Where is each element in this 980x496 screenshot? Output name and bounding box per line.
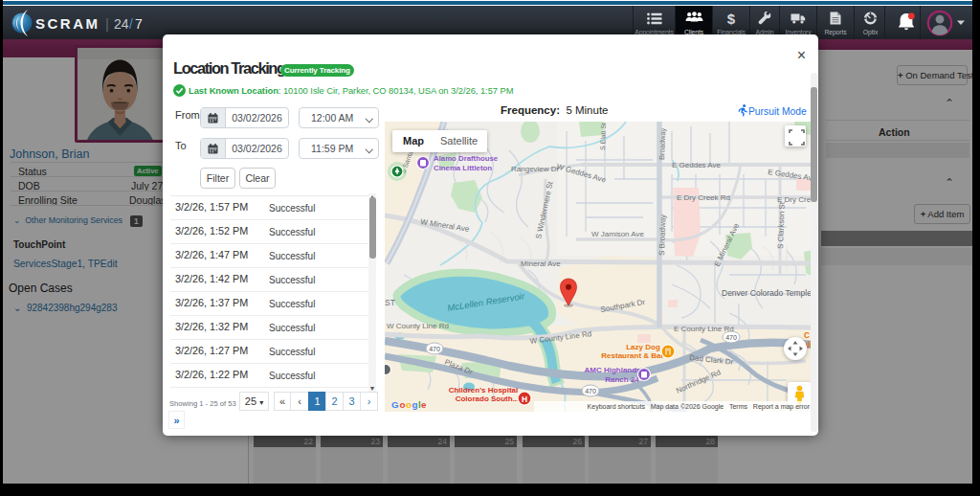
svg-text:Map: Map xyxy=(403,135,424,147)
svg-text:ST: ST xyxy=(385,298,395,307)
svg-text:Broadway: Broadway xyxy=(657,127,667,160)
svg-text:o: o xyxy=(406,399,412,410)
svg-text:Keyboard shortcuts Map data: Keyboard shortcuts Map data ©2026 Google… xyxy=(588,403,811,411)
svg-text:Lazy Dog: Lazy Dog xyxy=(626,343,660,351)
svg-text:W County Line Rd: W County Line Rd xyxy=(387,322,449,330)
svg-text:E Dry Creek Rd: E Dry Creek Rd xyxy=(677,193,730,202)
svg-text:7: 7 xyxy=(135,16,143,32)
svg-text:G: G xyxy=(391,399,399,410)
svg-text:470: 470 xyxy=(429,346,440,352)
svg-text:Denver Colorado Temple: Denver Colorado Temple xyxy=(722,288,812,298)
svg-text:g: g xyxy=(412,399,418,410)
svg-text:Alamo Drafthouse: Alamo Drafthouse xyxy=(434,154,499,163)
svg-text:24: 24 xyxy=(114,16,129,32)
svg-text:$: $ xyxy=(727,11,736,26)
svg-text:S Clarkson St: S Clarkson St xyxy=(776,201,787,249)
svg-text:E County Line Rd: E County Line Rd xyxy=(674,325,734,333)
svg-text:Ranch 24: Ranch 24 xyxy=(605,375,639,384)
svg-text:S Elati St: S Elati St xyxy=(599,123,607,150)
svg-text:Children's Hospital: Children's Hospital xyxy=(449,386,519,395)
svg-text:Satellite: Satellite xyxy=(440,135,478,147)
svg-text:|: | xyxy=(105,15,109,32)
svg-text:H: H xyxy=(522,395,527,404)
svg-text:AMC Highlands: AMC Highlands xyxy=(584,366,641,374)
svg-text:Rangeview Dr: Rangeview Dr xyxy=(511,165,560,173)
svg-text:470: 470 xyxy=(585,388,596,395)
svg-text:E Geddes Ave: E Geddes Ave xyxy=(672,161,722,169)
svg-text:S Broadway: S Broadway xyxy=(657,214,668,256)
svg-text:W Jamison Ave: W Jamison Ave xyxy=(591,230,645,238)
svg-text:/: / xyxy=(129,16,133,32)
svg-text:o: o xyxy=(400,399,406,410)
svg-text:Mineral Ave: Mineral Ave xyxy=(521,259,561,268)
svg-text:e: e xyxy=(421,399,427,410)
svg-text:SCRAM: SCRAM xyxy=(35,15,100,32)
svg-text:470: 470 xyxy=(725,334,737,341)
svg-text:Cinema Littleton: Cinema Littleton xyxy=(434,164,492,172)
svg-text:Restaurant & Bar: Restaurant & Bar xyxy=(601,351,663,360)
svg-text:C: C xyxy=(804,330,810,340)
svg-text:Colorado South...: Colorado South... xyxy=(456,395,520,403)
